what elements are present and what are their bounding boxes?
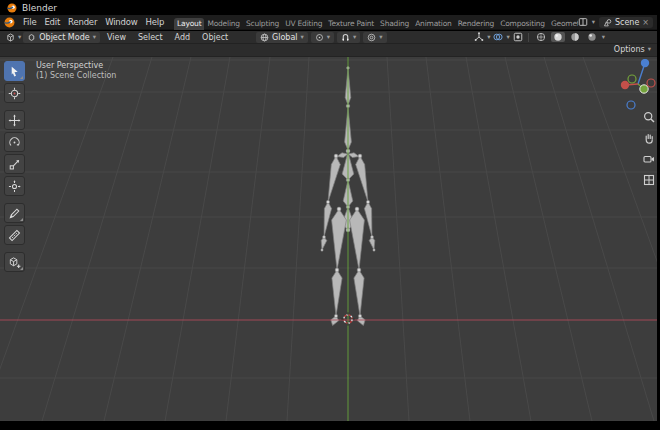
tab-compositing[interactable]: Compositing — [497, 18, 548, 30]
cursor-tool-icon — [8, 87, 21, 100]
blender-app-menu-button[interactable] — [0, 17, 19, 28]
shading-material-icon — [570, 32, 580, 42]
scene-unlink-icon[interactable]: × — [642, 18, 649, 27]
scale-tool-icon — [8, 158, 21, 171]
chevron-down-icon: ▾ — [93, 34, 96, 41]
tab-layout[interactable]: Layout — [174, 18, 204, 30]
menu-help[interactable]: Help — [142, 17, 169, 27]
transform-tool-icon — [8, 180, 21, 193]
pivot-point-dropdown[interactable]: ▾ — [311, 32, 334, 43]
chevron-down-icon: ▾ — [301, 34, 304, 41]
shading-rendered-button[interactable] — [585, 32, 599, 42]
gizmo-axis-z-positive[interactable] — [641, 59, 649, 67]
tool-move[interactable] — [4, 110, 25, 130]
tool-shelf — [4, 61, 26, 272]
menu-render[interactable]: Render — [64, 17, 101, 27]
blender-logo-icon — [7, 3, 17, 13]
menu-object[interactable]: Object — [197, 33, 233, 42]
viewport-header: ▾ Object Mode ▾ View Select Add Object G — [0, 31, 657, 44]
menu-window[interactable]: Window — [101, 17, 141, 27]
view-controls — [641, 109, 657, 188]
gizmo-axis-x-negative[interactable] — [647, 79, 655, 87]
blender-window: Blender File Edit Render Window Help Lay… — [0, 0, 660, 430]
perspective-toggle-button[interactable] — [641, 172, 657, 188]
chevron-down-icon: ▾ — [379, 34, 382, 41]
view-name-label: User Perspective — [36, 61, 116, 71]
tool-add-cube[interactable] — [4, 252, 25, 272]
gizmo-axis-y-positive[interactable] — [640, 85, 648, 93]
transform-controls: Global ▾ ▾ ▾ — [256, 32, 387, 43]
shading-material-button[interactable] — [568, 32, 582, 42]
tool-measure[interactable] — [4, 225, 25, 245]
transform-orientation-dropdown[interactable]: Global ▾ — [256, 32, 308, 43]
gizmo-axis-x-positive[interactable] — [621, 81, 629, 89]
tab-sculpting[interactable]: Sculpting — [243, 18, 282, 30]
chevron-down-icon[interactable]: ▾ — [487, 34, 490, 41]
tool-rotate[interactable] — [4, 132, 25, 152]
viewport-toggles: ▾ ▾ — [474, 32, 605, 42]
tool-scale[interactable] — [4, 154, 25, 174]
tool-select-box[interactable] — [4, 61, 25, 81]
magnet-icon — [341, 33, 350, 42]
overlays-icon — [493, 32, 503, 42]
proportional-editing-toggle[interactable]: ▾ — [363, 32, 386, 43]
gizmo-axis-z-negative[interactable] — [627, 101, 635, 109]
menu-file[interactable]: File — [19, 17, 40, 27]
grid-floor — [0, 57, 657, 421]
viewport-header-row2: Options ▾ — [0, 44, 657, 57]
chevron-down-icon: ▾ — [648, 46, 651, 53]
camera-view-button[interactable] — [641, 151, 657, 167]
shading-wireframe-icon — [536, 32, 546, 42]
show-gizmos-toggle[interactable] — [474, 32, 484, 42]
tab-modeling[interactable]: Modeling — [204, 18, 243, 30]
chevron-down-icon[interactable]: ▾ — [506, 34, 509, 41]
navigation-gizmo[interactable] — [615, 59, 657, 111]
scene-selector[interactable]: Scene × — [599, 17, 653, 28]
menu-edit[interactable]: Edit — [40, 17, 64, 27]
tool-annotate[interactable] — [4, 203, 25, 223]
globe-icon — [260, 33, 269, 42]
blender-logo-icon — [4, 17, 15, 28]
window-title: Blender — [22, 3, 57, 13]
chevron-down-icon[interactable]: ▾ — [18, 34, 21, 41]
chevron-down-icon[interactable]: ▾ — [602, 34, 605, 41]
pivot-point-icon — [315, 33, 324, 42]
tab-animation[interactable]: Animation — [412, 18, 454, 30]
toggle-xray-button[interactable] — [513, 32, 523, 42]
tab-rendering[interactable]: Rendering — [455, 18, 498, 30]
shading-wireframe-button[interactable] — [534, 32, 548, 42]
axis-lines — [0, 57, 657, 421]
transform-orientation-value: Global — [272, 33, 298, 42]
select-box-icon — [8, 65, 21, 78]
tab-uv-editing[interactable]: UV Editing — [282, 18, 325, 30]
editor-type-button[interactable] — [5, 32, 16, 43]
chevron-down-icon[interactable]: ▾ — [592, 19, 595, 26]
menu-add[interactable]: Add — [170, 33, 196, 42]
workspace-add-button[interactable] — [578, 17, 588, 27]
workspace-tabs: Layout Modeling Sculpting UV Editing Tex… — [174, 15, 578, 30]
screen-layout-icon — [578, 17, 588, 27]
scene-name: Scene — [615, 18, 639, 27]
shading-solid-button[interactable] — [551, 32, 565, 42]
chevron-down-icon: ▾ — [327, 34, 330, 41]
editor-3d-viewport-icon — [5, 32, 16, 43]
menu-view[interactable]: View — [102, 33, 131, 42]
menu-select[interactable]: Select — [133, 33, 168, 42]
add-cube-tool-icon — [8, 256, 21, 269]
viewport-3d[interactable]: User Perspective (1) Scene Collection — [0, 57, 657, 421]
tool-cursor[interactable] — [4, 83, 25, 103]
gizmos-icon — [474, 32, 484, 42]
zoom-view-button[interactable] — [641, 109, 657, 125]
tool-transform[interactable] — [4, 176, 25, 196]
tab-texture-paint[interactable]: Texture Paint — [325, 18, 377, 30]
pan-view-button[interactable] — [641, 130, 657, 146]
snapping-toggle[interactable]: ▾ — [337, 32, 360, 43]
tab-geometry-nodes[interactable]: Geometry Nodes — [548, 18, 578, 30]
gizmo-axis-y-negative[interactable] — [628, 75, 636, 83]
options-dropdown[interactable]: Options ▾ — [614, 45, 651, 54]
mode-selector[interactable]: Object Mode ▾ — [23, 32, 100, 43]
show-overlays-toggle[interactable] — [493, 32, 503, 42]
topbar-right-cluster: ▾ Scene × — [578, 17, 657, 28]
tab-shading[interactable]: Shading — [377, 18, 412, 30]
shading-rendered-icon — [587, 32, 597, 42]
